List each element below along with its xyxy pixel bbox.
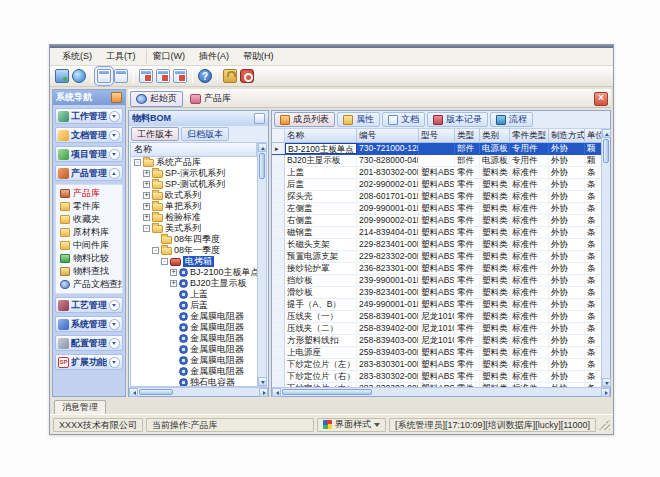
column-header[interactable]: 类型 (455, 129, 480, 142)
tree-toggle-icon[interactable]: + (143, 192, 150, 199)
sidebar-item[interactable]: 原材料库 (60, 226, 122, 238)
tree-toggle-icon[interactable]: - (134, 159, 141, 166)
grid-row[interactable]: 右侧盖 209-990002-01E 塑料ABS 零件 塑料类 标准件 外协 条 (272, 215, 601, 227)
window-icon[interactable] (97, 69, 111, 83)
sidebar-item[interactable]: 物料查找 (60, 265, 122, 277)
tree-node[interactable]: 金属膜电阻器 (131, 333, 257, 344)
grid-row[interactable]: 滑纱板 239-823401-00E 塑料ABS 零件 塑料类 标准件 外协 条 (272, 287, 601, 299)
tree-node[interactable]: + 检验标准 (131, 212, 257, 223)
member-tab[interactable]: 版本记录 (427, 112, 488, 127)
sidebar-item[interactable]: 收藏夹 (60, 213, 122, 225)
tree-node[interactable]: - 08年一季度 (131, 245, 257, 256)
chevron-down-icon[interactable] (109, 130, 120, 141)
scroll-thumb[interactable] (282, 389, 372, 395)
chevron-down-icon[interactable] (109, 338, 120, 349)
column-header[interactable]: 单位 (585, 129, 601, 142)
menu-item[interactable]: 窗口(W) (146, 49, 192, 64)
chevron-down-icon[interactable] (109, 300, 120, 311)
chevron-up-icon[interactable] (109, 168, 120, 179)
close-icon[interactable] (594, 92, 608, 106)
column-header[interactable]: 名称 (285, 129, 357, 142)
grid-row[interactable]: 磁钢盖 214-839404-01E 塑料ABS 零件 塑料类 标准件 外协 条 (272, 227, 601, 239)
tree-toggle-icon[interactable]: - (152, 247, 159, 254)
sidebar-group[interactable]: 配置管理 (55, 335, 123, 351)
member-tab[interactable]: 属性 (337, 112, 380, 127)
scroll-up-icon[interactable] (602, 129, 611, 138)
sidebar-item[interactable]: 零件库 (60, 200, 122, 212)
scroll-left-icon[interactable] (272, 388, 281, 397)
tree-node[interactable]: + 单把系列 (131, 201, 257, 212)
window-import-icon[interactable] (173, 69, 187, 83)
tree-node[interactable]: 后盖 (131, 300, 257, 311)
tree-node[interactable]: 上盖 (131, 289, 257, 300)
tree-horizontal-scrollbar[interactable] (129, 387, 268, 396)
column-header[interactable]: 类别 (480, 129, 510, 142)
sidebar-item[interactable]: 产品库 (60, 187, 122, 199)
tree-node[interactable]: 金属膜电阻器 (131, 366, 257, 377)
separator[interactable] (192, 70, 193, 83)
tree-node[interactable]: 08年四季度 (131, 234, 257, 245)
chevron-down-icon[interactable] (109, 149, 120, 160)
sidebar-group[interactable]: 文档管理 (55, 127, 123, 143)
tree-node[interactable]: + 欧式系列 (131, 190, 257, 201)
tree-toggle-icon[interactable]: + (143, 170, 150, 177)
scroll-thumb[interactable] (259, 153, 265, 179)
tree-toggle-icon[interactable]: + (143, 214, 150, 221)
window-close-icon[interactable] (139, 69, 153, 83)
scroll-left-icon[interactable] (129, 388, 138, 397)
tree-toggle-icon[interactable]: + (170, 280, 177, 287)
tree-node[interactable]: + BJ-2100主板单点 (131, 267, 257, 278)
tree-vertical-scrollbar[interactable] (257, 143, 266, 386)
grid-vertical-scrollbar[interactable] (601, 129, 610, 387)
globe-icon[interactable] (72, 69, 86, 83)
member-tab[interactable]: 文档 (382, 112, 425, 127)
bom-version-tab[interactable]: 归档版本 (181, 127, 229, 141)
menu-item[interactable]: 系统(S) (56, 49, 98, 64)
bom-version-tab[interactable]: 工作版本 (131, 127, 179, 141)
grid-row[interactable]: 后盖 202-990002-01E 塑料ABS 零件 塑料类 标准件 外协 条 (272, 179, 601, 191)
menu-item[interactable]: 插件(A) (193, 49, 235, 64)
tree-node[interactable]: 金属膜电阻器 (131, 344, 257, 355)
menu-item[interactable]: 工具(T) (100, 49, 142, 64)
sidebar-item[interactable]: 产品文档查找 (60, 278, 122, 290)
column-header[interactable]: 编号 (357, 129, 419, 142)
sidebar-item[interactable]: 物料比较 (60, 252, 122, 264)
separator[interactable] (91, 70, 92, 83)
separator[interactable] (133, 70, 134, 83)
sidebar-group[interactable]: 扩展功能 (55, 354, 123, 370)
message-tab[interactable]: 消息管理 (54, 400, 106, 414)
navigation-icon[interactable] (111, 92, 122, 103)
tree-node[interactable]: - 电烤箱 (131, 256, 257, 267)
tree-node[interactable]: + SP-演示机系列 (131, 168, 257, 179)
menu-item[interactable]: 帮助(H) (237, 49, 280, 64)
tree-toggle-icon[interactable]: + (170, 269, 177, 276)
document-tab[interactable]: 起始页 (130, 91, 183, 107)
chevron-down-icon[interactable] (109, 319, 120, 330)
scroll-up-icon[interactable] (258, 143, 267, 152)
document-tab[interactable]: 产品库 (185, 92, 236, 106)
tree-node[interactable]: - 美式系列 (131, 223, 257, 234)
grid-row[interactable]: 下纱定位片（左） 283-830301-00E 塑料ABS 零件 塑料类 标准件… (272, 359, 601, 371)
tree-node[interactable]: 金属膜电阻器 (131, 322, 257, 333)
sidebar-group[interactable]: 工艺管理 (55, 297, 123, 313)
tree-toggle-icon[interactable]: + (143, 203, 150, 210)
tree-node[interactable]: 金属膜电阻器 (131, 311, 257, 322)
grid-row[interactable]: BJ-2100主板单点 730-721000-12E 部件 电源板 专用件 外协… (272, 143, 601, 155)
chevron-down-icon[interactable] (109, 111, 120, 122)
tree-node[interactable]: + BJ20主显示板 (131, 278, 257, 289)
resize-grip[interactable] (599, 419, 610, 430)
grid-row[interactable]: 下纱定位片（右） 283-830302-00E 塑料ABS 零件 塑料类 标准件… (272, 371, 601, 383)
lock-icon[interactable] (223, 69, 237, 83)
grid-row[interactable]: 预置电源支架 229-823302-00E 塑料ABS 零件 塑料类 标准件 外… (272, 251, 601, 263)
scroll-right-icon[interactable] (601, 388, 610, 397)
screen-icon[interactable] (55, 69, 69, 83)
grid-row[interactable]: 方形塑料线扣 258-839403-00E 尼龙1010 零件 塑料类 标准件 … (272, 335, 601, 347)
tree-node[interactable]: 独石电容器 (131, 377, 257, 386)
column-header[interactable]: 型号 (419, 129, 455, 142)
sidebar-group[interactable]: 项目管理 (55, 146, 123, 162)
scroll-thumb[interactable] (139, 389, 173, 395)
scroll-thumb[interactable] (603, 139, 609, 163)
grid-row[interactable]: 上电源座 259-839403-00E 塑料ABS 零件 塑料类 标准件 外协 … (272, 347, 601, 359)
sidebar-group[interactable]: 系统管理 (55, 316, 123, 332)
grid-row[interactable]: 探头壳 208-601701-01E 塑料ABS 零件 塑料类 标准件 外协 条 (272, 191, 601, 203)
